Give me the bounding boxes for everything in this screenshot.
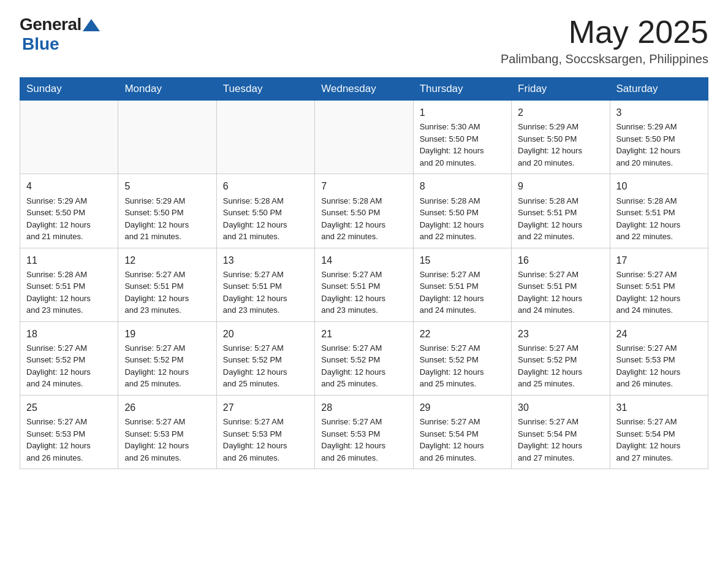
- calendar-cell: 5Sunrise: 5:29 AM Sunset: 5:50 PM Daylig…: [118, 174, 216, 248]
- day-number: 18: [26, 327, 112, 341]
- calendar-cell: 21Sunrise: 5:27 AM Sunset: 5:52 PM Dayli…: [315, 321, 413, 395]
- day-info: Sunrise: 5:28 AM Sunset: 5:51 PM Dayligh…: [518, 195, 603, 243]
- calendar-cell: 28Sunrise: 5:27 AM Sunset: 5:53 PM Dayli…: [315, 395, 413, 469]
- day-number: 7: [321, 179, 406, 193]
- day-number: 4: [26, 179, 112, 193]
- calendar-cell: 2Sunrise: 5:29 AM Sunset: 5:50 PM Daylig…: [512, 101, 610, 174]
- calendar-cell: 1Sunrise: 5:30 AM Sunset: 5:50 PM Daylig…: [413, 101, 511, 174]
- day-number: 23: [518, 327, 603, 341]
- day-number: 15: [420, 253, 505, 267]
- day-number: 20: [223, 327, 308, 341]
- header: General Blue May 2025 Palimbang, Soccsks…: [20, 15, 708, 66]
- day-info: Sunrise: 5:29 AM Sunset: 5:50 PM Dayligh…: [616, 121, 702, 169]
- day-number: 27: [223, 400, 308, 415]
- calendar-cell: 24Sunrise: 5:27 AM Sunset: 5:53 PM Dayli…: [610, 321, 708, 395]
- logo: General Blue: [20, 15, 100, 54]
- day-info: Sunrise: 5:27 AM Sunset: 5:54 PM Dayligh…: [420, 416, 505, 464]
- calendar-cell: 9Sunrise: 5:28 AM Sunset: 5:51 PM Daylig…: [512, 174, 610, 248]
- calendar-cell: 25Sunrise: 5:27 AM Sunset: 5:53 PM Dayli…: [20, 395, 118, 469]
- weekday-header-saturday: Saturday: [610, 78, 708, 101]
- day-info: Sunrise: 5:28 AM Sunset: 5:50 PM Dayligh…: [321, 195, 406, 243]
- calendar-cell: 26Sunrise: 5:27 AM Sunset: 5:53 PM Dayli…: [118, 395, 216, 469]
- calendar-cell: 15Sunrise: 5:27 AM Sunset: 5:51 PM Dayli…: [413, 248, 511, 321]
- svg-marker-0: [83, 19, 100, 31]
- day-info: Sunrise: 5:27 AM Sunset: 5:51 PM Dayligh…: [420, 269, 505, 316]
- day-number: 2: [518, 105, 603, 120]
- calendar-cell: 13Sunrise: 5:27 AM Sunset: 5:51 PM Dayli…: [216, 248, 314, 321]
- calendar-cell: 8Sunrise: 5:28 AM Sunset: 5:50 PM Daylig…: [413, 174, 511, 248]
- calendar-cell: 16Sunrise: 5:27 AM Sunset: 5:51 PM Dayli…: [512, 248, 610, 321]
- day-info: Sunrise: 5:29 AM Sunset: 5:50 PM Dayligh…: [518, 121, 603, 169]
- logo-triangle-icon: [83, 17, 100, 34]
- day-number: 21: [321, 327, 406, 341]
- calendar-cell: [20, 101, 118, 174]
- day-info: Sunrise: 5:29 AM Sunset: 5:50 PM Dayligh…: [124, 195, 210, 243]
- logo-blue-text: Blue: [22, 34, 59, 53]
- calendar-cell: [216, 101, 314, 174]
- weekday-header-thursday: Thursday: [413, 78, 511, 101]
- day-number: 24: [616, 327, 702, 341]
- day-number: 29: [420, 400, 505, 415]
- calendar-cell: [315, 101, 413, 174]
- day-number: 26: [124, 400, 210, 415]
- calendar-cell: 7Sunrise: 5:28 AM Sunset: 5:50 PM Daylig…: [315, 174, 413, 248]
- calendar-cell: 10Sunrise: 5:28 AM Sunset: 5:51 PM Dayli…: [610, 174, 708, 248]
- day-info: Sunrise: 5:27 AM Sunset: 5:52 PM Dayligh…: [223, 342, 308, 390]
- day-info: Sunrise: 5:28 AM Sunset: 5:51 PM Dayligh…: [616, 195, 702, 243]
- logo-general-text: General: [20, 15, 82, 34]
- day-number: 8: [420, 179, 505, 193]
- day-number: 12: [124, 253, 210, 267]
- weekday-header-monday: Monday: [118, 78, 216, 101]
- calendar-week-row: 4Sunrise: 5:29 AM Sunset: 5:50 PM Daylig…: [20, 174, 708, 248]
- calendar-cell: 17Sunrise: 5:27 AM Sunset: 5:51 PM Dayli…: [610, 248, 708, 321]
- day-number: 6: [223, 179, 308, 193]
- calendar-cell: 22Sunrise: 5:27 AM Sunset: 5:52 PM Dayli…: [413, 321, 511, 395]
- day-info: Sunrise: 5:28 AM Sunset: 5:50 PM Dayligh…: [420, 195, 505, 243]
- calendar-table: SundayMondayTuesdayWednesdayThursdayFrid…: [20, 77, 708, 469]
- day-number: 13: [223, 253, 308, 267]
- day-number: 25: [26, 400, 112, 415]
- calendar-cell: 27Sunrise: 5:27 AM Sunset: 5:53 PM Dayli…: [216, 395, 314, 469]
- weekday-header-row: SundayMondayTuesdayWednesdayThursdayFrid…: [20, 78, 708, 101]
- day-number: 11: [26, 253, 112, 267]
- day-info: Sunrise: 5:27 AM Sunset: 5:51 PM Dayligh…: [616, 269, 702, 316]
- day-info: Sunrise: 5:27 AM Sunset: 5:52 PM Dayligh…: [124, 342, 210, 390]
- day-number: 3: [616, 105, 702, 120]
- day-number: 10: [616, 179, 702, 193]
- weekday-header-wednesday: Wednesday: [315, 78, 413, 101]
- calendar-week-row: 11Sunrise: 5:28 AM Sunset: 5:51 PM Dayli…: [20, 248, 708, 321]
- calendar-cell: 14Sunrise: 5:27 AM Sunset: 5:51 PM Dayli…: [315, 248, 413, 321]
- day-info: Sunrise: 5:27 AM Sunset: 5:53 PM Dayligh…: [26, 416, 112, 464]
- calendar-cell: 11Sunrise: 5:28 AM Sunset: 5:51 PM Dayli…: [20, 248, 118, 321]
- weekday-header-sunday: Sunday: [20, 78, 118, 101]
- day-info: Sunrise: 5:30 AM Sunset: 5:50 PM Dayligh…: [420, 121, 505, 169]
- calendar-cell: 29Sunrise: 5:27 AM Sunset: 5:54 PM Dayli…: [413, 395, 511, 469]
- day-info: Sunrise: 5:27 AM Sunset: 5:52 PM Dayligh…: [26, 342, 112, 390]
- day-number: 9: [518, 179, 603, 193]
- weekday-header-friday: Friday: [512, 78, 610, 101]
- calendar-cell: [118, 101, 216, 174]
- day-info: Sunrise: 5:27 AM Sunset: 5:51 PM Dayligh…: [321, 269, 406, 316]
- weekday-header-tuesday: Tuesday: [216, 78, 314, 101]
- day-info: Sunrise: 5:27 AM Sunset: 5:51 PM Dayligh…: [223, 269, 308, 316]
- day-number: 31: [616, 400, 702, 415]
- day-info: Sunrise: 5:27 AM Sunset: 5:53 PM Dayligh…: [321, 416, 406, 464]
- calendar-cell: 19Sunrise: 5:27 AM Sunset: 5:52 PM Dayli…: [118, 321, 216, 395]
- calendar-cell: 30Sunrise: 5:27 AM Sunset: 5:54 PM Dayli…: [512, 395, 610, 469]
- day-number: 22: [420, 327, 505, 341]
- day-info: Sunrise: 5:27 AM Sunset: 5:53 PM Dayligh…: [223, 416, 308, 464]
- month-title: May 2025: [501, 15, 708, 50]
- day-number: 5: [124, 179, 210, 193]
- day-number: 14: [321, 253, 406, 267]
- day-number: 1: [420, 105, 505, 120]
- day-info: Sunrise: 5:27 AM Sunset: 5:53 PM Dayligh…: [616, 342, 702, 390]
- title-area: May 2025 Palimbang, Soccsksargen, Philip…: [501, 15, 708, 66]
- day-number: 19: [124, 327, 210, 341]
- calendar-cell: 6Sunrise: 5:28 AM Sunset: 5:50 PM Daylig…: [216, 174, 314, 248]
- day-number: 17: [616, 253, 702, 267]
- day-info: Sunrise: 5:29 AM Sunset: 5:50 PM Dayligh…: [26, 195, 112, 243]
- day-info: Sunrise: 5:28 AM Sunset: 5:51 PM Dayligh…: [26, 269, 112, 316]
- calendar-week-row: 25Sunrise: 5:27 AM Sunset: 5:53 PM Dayli…: [20, 395, 708, 469]
- location-title: Palimbang, Soccsksargen, Philippines: [501, 52, 708, 66]
- day-info: Sunrise: 5:27 AM Sunset: 5:52 PM Dayligh…: [518, 342, 603, 390]
